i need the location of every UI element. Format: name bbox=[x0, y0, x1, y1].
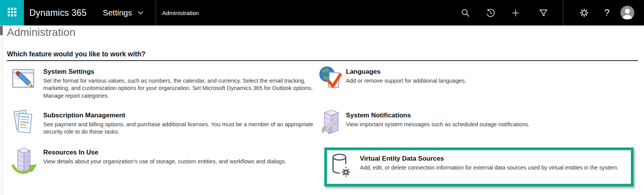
feature-subscription-management[interactable]: Subscription Management See payment and … bbox=[11, 109, 312, 140]
feature-description: Add or remove support for additional lan… bbox=[346, 77, 466, 85]
chevron-down-icon[interactable] bbox=[138, 11, 143, 15]
waffle-icon bbox=[8, 8, 17, 18]
languages-icon bbox=[318, 65, 342, 97]
area-switcher-settings[interactable]: Settings bbox=[103, 8, 132, 17]
feature-title[interactable]: Resources In Use bbox=[43, 149, 314, 156]
feature-question-heading: Which feature would you like to work wit… bbox=[7, 50, 146, 58]
top-nav: Dynamics 365 Settings Administration bbox=[0, 0, 644, 25]
feature-virtual-entity-data-sources[interactable]: Virtual Entity Data Sources Add, edit, o… bbox=[330, 153, 636, 180]
question-mark-icon: ? bbox=[604, 7, 609, 18]
breadcrumb[interactable]: Administration bbox=[162, 10, 199, 16]
feature-title[interactable]: Virtual Entity Data Sources bbox=[360, 155, 619, 163]
nav-divider bbox=[156, 0, 156, 25]
search-button[interactable] bbox=[457, 0, 474, 25]
feature-title[interactable]: System Settings bbox=[43, 68, 314, 76]
feature-description: See payment and billing options, and pur… bbox=[43, 121, 314, 136]
feature-description: Set the format for various values, such … bbox=[43, 77, 314, 100]
add-button[interactable] bbox=[507, 0, 524, 25]
settings-gear-button[interactable] bbox=[576, 0, 593, 25]
nav-divider bbox=[563, 0, 563, 25]
feature-title[interactable]: Subscription Management bbox=[43, 112, 314, 119]
feature-description: View important system messages such as s… bbox=[346, 121, 530, 128]
feature-system-notifications[interactable]: System Notifications View important syst… bbox=[318, 109, 639, 141]
feature-languages[interactable]: Languages Add or remove support for addi… bbox=[318, 65, 639, 97]
subscription-management-icon bbox=[11, 109, 39, 140]
app-title[interactable]: Dynamics 365 bbox=[29, 8, 86, 18]
heading-rule bbox=[7, 60, 638, 61]
feature-resources-in-use[interactable]: Resources In Use View details about your… bbox=[11, 146, 312, 179]
system-notifications-icon bbox=[318, 109, 342, 141]
scrollbar-thumb[interactable] bbox=[0, 26, 3, 35]
plus-icon bbox=[511, 8, 520, 18]
help-button[interactable]: ? bbox=[598, 0, 615, 25]
app-launcher-button[interactable] bbox=[0, 0, 24, 25]
page-title: Administration bbox=[7, 26, 75, 39]
vertical-scrollbar[interactable] bbox=[0, 25, 3, 195]
feature-title[interactable]: System Notifications bbox=[346, 112, 530, 119]
system-settings-icon bbox=[11, 65, 39, 97]
feature-description: Add, edit, or delete connection informat… bbox=[360, 164, 619, 171]
clock-history-icon bbox=[486, 8, 495, 18]
feature-title[interactable]: Languages bbox=[346, 68, 466, 76]
filter-button[interactable] bbox=[535, 0, 552, 25]
account-avatar[interactable] bbox=[620, 6, 634, 20]
gear-icon bbox=[579, 8, 589, 18]
resources-in-use-icon bbox=[11, 146, 39, 179]
search-icon bbox=[461, 8, 470, 18]
feature-description: View details about your organization's u… bbox=[43, 158, 314, 165]
feature-system-settings[interactable]: System Settings Set the format for vario… bbox=[11, 65, 312, 100]
funnel-icon bbox=[539, 8, 548, 18]
recent-button[interactable] bbox=[482, 0, 499, 25]
database-gear-icon bbox=[330, 153, 352, 180]
